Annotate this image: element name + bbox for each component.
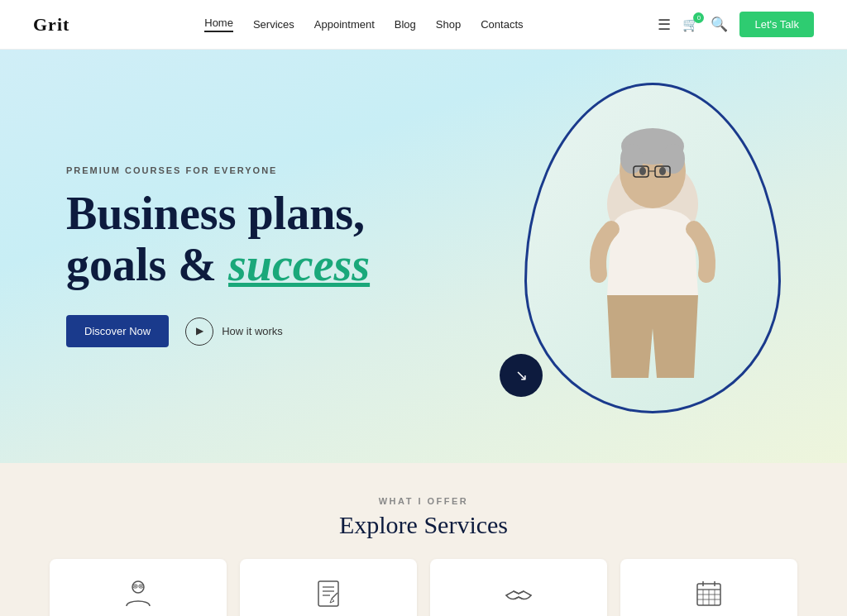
cart-icon[interactable]: 🛒 0 — [682, 17, 699, 32]
schedule-icon — [691, 575, 727, 612]
cart-badge: 0 — [693, 12, 704, 23]
how-it-works-button[interactable]: ▶ How it works — [185, 318, 283, 346]
service-card-schedule[interactable]: Flexible Schedule Sed do euism od tempor — [620, 559, 797, 616]
svg-rect-15 — [318, 581, 338, 606]
hero-content: Premium Courses For Everyone Business pl… — [66, 165, 781, 347]
service-card-coach[interactable]: Professional Coach Sed do euism od tempo… — [50, 559, 227, 616]
service-card-keynotes[interactable]: Keynotes & Talks Sed do euism od tempor — [240, 559, 417, 616]
discover-button[interactable]: Discover Now — [66, 315, 169, 347]
nav-home[interactable]: Home — [204, 17, 233, 32]
hero-title-line2: goals & — [66, 239, 228, 290]
training-icon — [500, 575, 537, 612]
hero-title-highlight: success — [228, 239, 370, 290]
svg-line-19 — [332, 593, 337, 599]
svg-marker-20 — [330, 599, 334, 603]
services-grid: Professional Coach Sed do euism od tempo… — [50, 559, 797, 616]
hero-title-line1: Business plans, — [66, 188, 365, 239]
nav-contacts[interactable]: Contacts — [481, 18, 523, 31]
keynotes-icon — [310, 575, 347, 612]
logo: Grit — [33, 14, 69, 36]
hero-title: Business plans, goals & success — [66, 189, 781, 290]
coach-icon — [120, 575, 156, 612]
how-it-works-label: How it works — [222, 325, 283, 337]
hero-section: Premium Courses For Everyone Business pl… — [0, 50, 847, 463]
main-nav: Home Services Appointment Blog Shop Cont… — [204, 17, 523, 32]
nav-shop[interactable]: Shop — [436, 18, 461, 31]
menu-icon[interactable]: ☰ — [658, 16, 671, 34]
service-card-training[interactable]: Business Training Sed do euism od tempor — [430, 559, 607, 616]
services-title: Explore Services — [50, 511, 797, 539]
play-icon: ▶ — [185, 318, 213, 346]
header: Grit Home Services Appointment Blog Shop… — [0, 0, 847, 50]
svg-point-10 — [132, 581, 144, 593]
services-section: What I Offer Explore Services Profession… — [0, 463, 847, 616]
arrow-down-button[interactable]: ↘ — [500, 354, 543, 397]
nav-appointment[interactable]: Appointment — [314, 18, 375, 31]
nav-blog[interactable]: Blog — [395, 18, 416, 31]
services-header: What I Offer Explore Services — [50, 496, 797, 539]
lets-talk-button[interactable]: Let's Talk — [739, 12, 814, 37]
header-actions: ☰ 🛒 0 🔍 Let's Talk — [658, 12, 814, 37]
services-label: What I Offer — [50, 496, 797, 506]
hero-subtitle: Premium Courses For Everyone — [66, 165, 781, 175]
nav-services[interactable]: Services — [253, 18, 294, 31]
hero-buttons: Discover Now ▶ How it works — [66, 315, 781, 347]
search-icon[interactable]: 🔍 — [711, 16, 728, 33]
